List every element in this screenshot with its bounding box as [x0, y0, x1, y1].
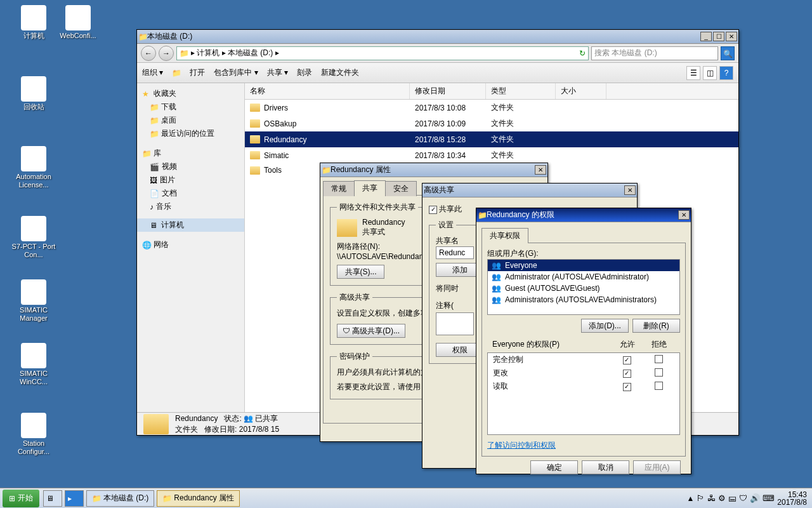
organize-menu[interactable]: 组织 ▾ — [142, 67, 163, 78]
maximize-button[interactable]: ☐ — [713, 32, 724, 41]
folder-icon — [250, 151, 260, 159]
tab-share[interactable]: 共享 — [354, 180, 386, 196]
close-button[interactable]: ✕ — [726, 32, 737, 41]
permissions-dialog: Redundancy 的权限 ✕ 共享权限 组或用户名(G): 👥Everyon… — [476, 208, 691, 474]
tray-icon[interactable]: ⚙ — [718, 493, 726, 503]
comment-input[interactable] — [436, 312, 474, 335]
desktop-icon[interactable]: 🖥WebConfi... — [56, 5, 100, 40]
deny-checkbox[interactable] — [655, 382, 663, 390]
folder-icon — [322, 166, 331, 175]
user-icon: 👥 — [492, 272, 501, 281]
sidebar-network[interactable]: 网络 — [137, 237, 244, 251]
col-size[interactable]: 大小 — [556, 83, 606, 99]
col-date[interactable]: 修改日期 — [410, 83, 486, 99]
view-mode-button[interactable]: ☰ — [686, 66, 700, 80]
sidebar-item[interactable]: 最近访问的位置 — [137, 127, 244, 140]
desktop-icon[interactable]: 🖥S7-PCT - Port Con... — [11, 216, 56, 259]
perm-titlebar[interactable]: Redundancy 的权限 ✕ — [476, 208, 691, 222]
share-this-checkbox[interactable]: 共享此 — [429, 204, 462, 213]
user-row[interactable]: 👥Everyone — [488, 260, 679, 271]
file-row[interactable]: Redundancy2017/8/8 15:28文件夹 — [245, 131, 738, 147]
share-name-input[interactable] — [436, 246, 474, 259]
apply-button[interactable]: 应用(A) — [633, 460, 681, 474]
tray-icon[interactable]: 🛡 — [739, 493, 747, 503]
allow-checkbox[interactable] — [623, 370, 631, 378]
close-button[interactable]: ✕ — [535, 165, 546, 175]
close-button[interactable]: ✕ — [678, 210, 690, 220]
tray-icon[interactable]: 🖧 — [707, 493, 716, 503]
share-button[interactable]: 共享(S)... — [337, 265, 384, 279]
advanced-share-button[interactable]: 🛡 高级共享(D)... — [337, 324, 405, 338]
ok-button[interactable]: 确定 — [530, 460, 578, 474]
desktop-icon[interactable]: 🖥SIMATIC Manager — [11, 279, 56, 323]
remove-user-button[interactable]: 删除(R) — [632, 319, 680, 333]
start-button[interactable]: ⊞ 开始 — [3, 490, 39, 507]
advshare-titlebar[interactable]: 高级共享 ✕ — [422, 184, 637, 197]
sidebar-item[interactable]: ♪音乐 — [137, 200, 244, 213]
breadcrumb[interactable]: ▸ 计算机 ▸ 本地磁盘 (D:) ▸ — [191, 48, 279, 58]
tray-arrow-icon[interactable]: ▲ — [686, 494, 694, 503]
tab-share-perm[interactable]: 共享权限 — [481, 228, 528, 243]
desktop-icon[interactable]: 🖥Station Configur... — [11, 413, 56, 456]
minimize-button[interactable]: _ — [700, 32, 712, 41]
libraries-group[interactable]: 库 — [137, 145, 244, 160]
favorites-group[interactable]: 收藏夹 — [137, 86, 244, 100]
file-row[interactable]: OSBakup2017/8/3 10:09文件夹 — [245, 116, 738, 131]
sidebar-computer[interactable]: 计算机 — [137, 218, 244, 232]
sidebar-item[interactable]: 下载 — [137, 100, 244, 114]
share-menu[interactable]: 共享 ▾ — [267, 67, 288, 78]
action-center-icon[interactable]: 🏳 — [697, 493, 705, 503]
allow-checkbox[interactable] — [623, 383, 631, 391]
sidebar-item[interactable]: 📄文档 — [137, 187, 244, 200]
explorer-titlebar[interactable]: 本地磁盘 (D:) _ ☐ ✕ — [137, 30, 738, 44]
allow-checkbox[interactable] — [623, 356, 631, 364]
user-row[interactable]: 👥Administrator (AUTOSLAVE\Administrator) — [488, 271, 679, 283]
desktop-icon[interactable]: 🖥计算机 — [11, 5, 56, 40]
back-button[interactable]: ← — [141, 46, 156, 61]
taskbar-task[interactable]: Redundancy 属性 — [157, 490, 240, 507]
user-row[interactable]: 👥Guest (AUTOSLAVE\Guest) — [488, 283, 679, 294]
volume-icon[interactable]: 🔊 — [750, 493, 760, 503]
preview-pane-button[interactable]: ◫ — [703, 66, 717, 80]
props-titlebar[interactable]: Redundancy 属性 ✕ — [320, 163, 547, 177]
add-user-button[interactable]: 添加(D)... — [581, 319, 629, 333]
desktop-icon[interactable]: 🖥SIMATIC WinCC... — [11, 343, 56, 386]
tab-general[interactable]: 常规 — [323, 181, 355, 196]
cancel-button[interactable]: 取消 — [582, 460, 629, 474]
search-box[interactable]: 搜索 本地磁盘 (D:) — [591, 46, 718, 60]
desktop-icon[interactable]: 🖥Automation License... — [11, 146, 56, 189]
desktop-icon[interactable]: 🖥回收站 — [11, 76, 56, 111]
col-type[interactable]: 类型 — [486, 83, 556, 99]
share-icon — [337, 219, 357, 237]
close-button[interactable]: ✕ — [624, 185, 636, 195]
deny-checkbox[interactable] — [655, 368, 663, 377]
refresh-icon[interactable]: ↻ — [579, 49, 586, 58]
forward-button[interactable]: → — [159, 46, 174, 61]
user-row[interactable]: 👥Administrators (AUTOSLAVE\Administrator… — [488, 294, 679, 305]
newfolder-button[interactable]: 新建文件夹 — [321, 67, 359, 78]
sidebar-item[interactable]: 🖼图片 — [137, 173, 244, 187]
sidebar-item[interactable]: 🎬视频 — [137, 160, 244, 173]
clock[interactable]: 15:432017/8/8 — [777, 491, 807, 506]
user-list[interactable]: 👥Everyone👥Administrator (AUTOSLAVE\Admin… — [487, 259, 680, 315]
taskbar-task[interactable]: 本地磁盘 (D:) — [86, 490, 154, 507]
file-row[interactable]: Drivers2017/8/3 10:08文件夹 — [245, 100, 738, 116]
keyboard-icon[interactable]: ⌨ — [763, 493, 775, 503]
search-button[interactable]: 🔍 — [721, 46, 735, 60]
system-tray[interactable]: ▲ 🏳 🖧 ⚙ 🖴 🛡 🔊 ⌨ 15:432017/8/8 — [681, 491, 812, 506]
quick-launch[interactable]: ▸ — [65, 490, 84, 507]
burn-button[interactable]: 刻录 — [297, 67, 312, 78]
col-name[interactable]: 名称 — [245, 83, 410, 99]
open-button[interactable]: 打开 — [190, 67, 205, 78]
address-bar[interactable]: ▸ 计算机 ▸ 本地磁盘 (D:) ▸ ↻ — [176, 46, 589, 60]
tray-icon[interactable]: 🖴 — [728, 493, 737, 503]
tab-security[interactable]: 安全 — [385, 181, 417, 196]
help-button[interactable]: ? — [719, 66, 733, 80]
sidebar-item[interactable]: 桌面 — [137, 114, 244, 127]
deny-checkbox[interactable] — [655, 355, 663, 363]
include-menu[interactable]: 包含到库中 ▾ — [214, 67, 258, 78]
file-row[interactable]: Simatic2017/8/3 10:34文件夹 — [245, 147, 738, 163]
learn-link[interactable]: 了解访问控制和权限 — [487, 441, 556, 450]
user-icon: 👥 — [492, 295, 501, 304]
quick-launch[interactable]: 🖥 — [43, 490, 62, 507]
